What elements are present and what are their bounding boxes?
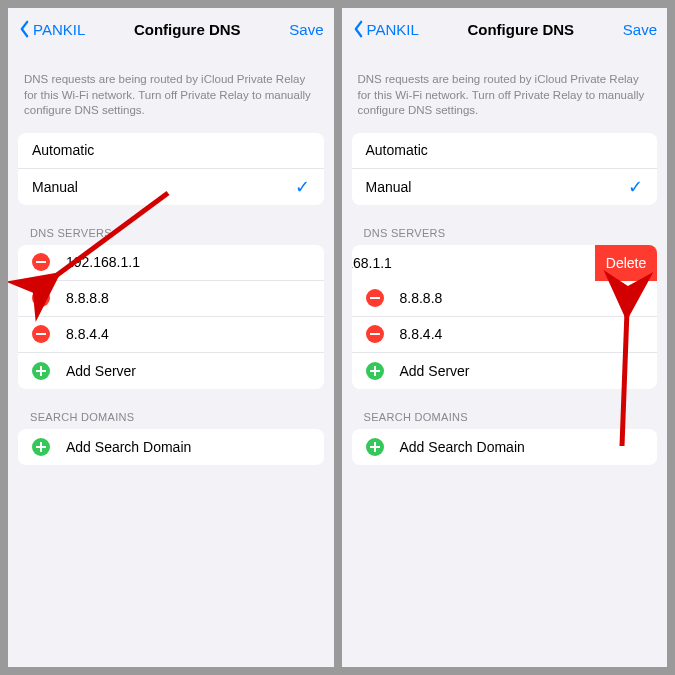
add-server-row[interactable]: Add Server: [352, 353, 658, 389]
pane-left: PANKIL Configure DNS Save DNS requests a…: [8, 8, 334, 667]
back-label: PANKIL: [367, 21, 419, 38]
server-ip-clipped: 2.168.1.1: [352, 255, 392, 271]
mode-group: Automatic Manual ✓: [18, 133, 324, 205]
add-server-label: Add Server: [66, 363, 310, 379]
save-button[interactable]: Save: [289, 21, 323, 38]
server-row-3[interactable]: 8.8.4.4: [352, 317, 658, 353]
add-search-domain-label: Add Search Domain: [66, 439, 310, 455]
chevron-left-icon: [352, 20, 365, 38]
dns-servers-group: 192.168.1.1 8.8.8.8 8.8.4.4 Add Server: [18, 245, 324, 389]
section-search-domains: SEARCH DOMAINS: [8, 389, 334, 429]
checkmark-icon: ✓: [295, 176, 310, 198]
server-row-content: 2.168.1.1: [352, 245, 596, 281]
mode-manual[interactable]: Manual ✓: [352, 169, 658, 205]
section-dns-servers: DNS SERVERS: [8, 205, 334, 245]
mode-automatic[interactable]: Automatic: [352, 133, 658, 169]
relay-note: DNS requests are being routed by iCloud …: [8, 50, 334, 133]
search-domains-group: Add Search Domain: [18, 429, 324, 465]
server-row-1[interactable]: 192.168.1.1: [18, 245, 324, 281]
server-row-3[interactable]: 8.8.4.4: [18, 317, 324, 353]
mode-automatic[interactable]: Automatic: [18, 133, 324, 169]
add-icon[interactable]: [32, 438, 50, 456]
mode-automatic-label: Automatic: [366, 142, 644, 158]
delete-button[interactable]: Delete: [595, 245, 657, 281]
remove-icon[interactable]: [366, 289, 384, 307]
navbar: PANKIL Configure DNS Save: [8, 8, 334, 50]
remove-icon[interactable]: [32, 253, 50, 271]
remove-icon[interactable]: [32, 289, 50, 307]
back-label: PANKIL: [33, 21, 85, 38]
page-title: Configure DNS: [419, 21, 623, 38]
server-ip: 8.8.8.8: [400, 290, 644, 306]
server-ip: 8.8.4.4: [66, 326, 310, 342]
add-search-domain-row[interactable]: Add Search Domain: [18, 429, 324, 465]
add-icon[interactable]: [366, 438, 384, 456]
page-title: Configure DNS: [85, 21, 289, 38]
mode-automatic-label: Automatic: [32, 142, 310, 158]
server-ip: 192.168.1.1: [66, 254, 310, 270]
server-ip: 8.8.4.4: [400, 326, 644, 342]
navbar: PANKIL Configure DNS Save: [342, 8, 668, 50]
add-search-domain-row[interactable]: Add Search Domain: [352, 429, 658, 465]
dns-servers-group-rest: 8.8.8.8 8.8.4.4 Add Server: [352, 281, 658, 389]
back-button[interactable]: PANKIL: [352, 20, 419, 38]
add-icon[interactable]: [366, 362, 384, 380]
section-dns-servers: DNS SERVERS: [342, 205, 668, 245]
add-server-label: Add Server: [400, 363, 644, 379]
dns-servers-group: 2.168.1.1 Delete: [352, 245, 658, 281]
remove-icon[interactable]: [32, 325, 50, 343]
add-search-domain-label: Add Search Domain: [400, 439, 644, 455]
add-server-row[interactable]: Add Server: [18, 353, 324, 389]
server-ip: 8.8.8.8: [66, 290, 310, 306]
pane-right: PANKIL Configure DNS Save DNS requests a…: [342, 8, 668, 667]
chevron-left-icon: [18, 20, 31, 38]
back-button[interactable]: PANKIL: [18, 20, 85, 38]
mode-manual-label: Manual: [366, 179, 629, 195]
mode-manual-label: Manual: [32, 179, 295, 195]
relay-note: DNS requests are being routed by iCloud …: [342, 50, 668, 133]
add-icon[interactable]: [32, 362, 50, 380]
mode-group: Automatic Manual ✓: [352, 133, 658, 205]
server-row-2[interactable]: 8.8.8.8: [352, 281, 658, 317]
server-row-1-swiped[interactable]: 2.168.1.1 Delete: [352, 245, 658, 281]
search-domains-group: Add Search Domain: [352, 429, 658, 465]
checkmark-icon: ✓: [628, 176, 643, 198]
save-button[interactable]: Save: [623, 21, 657, 38]
server-row-2[interactable]: 8.8.8.8: [18, 281, 324, 317]
remove-icon[interactable]: [366, 325, 384, 343]
section-search-domains: SEARCH DOMAINS: [342, 389, 668, 429]
mode-manual[interactable]: Manual ✓: [18, 169, 324, 205]
